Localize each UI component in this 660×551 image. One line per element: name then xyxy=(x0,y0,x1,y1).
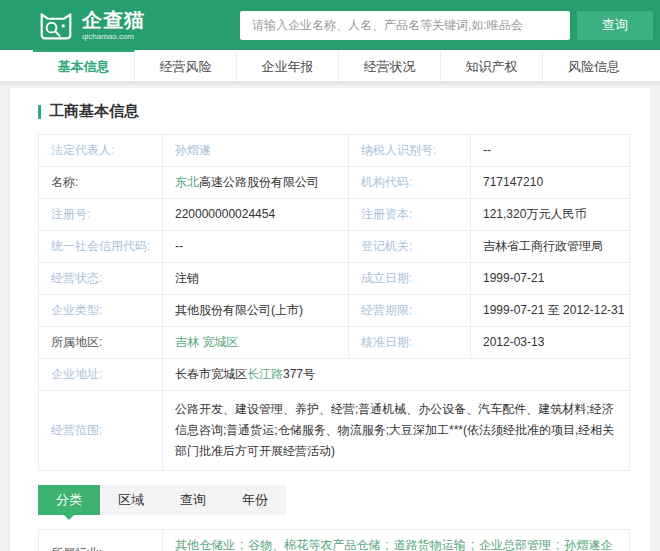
address-text: 377号 xyxy=(283,367,315,381)
field-value: 吉林 宽城区 xyxy=(163,327,349,359)
field-value: -- xyxy=(471,135,630,167)
field-label: 成立日期: xyxy=(349,263,471,295)
table-row: 企业类型: 其他股份有限公司(上市) 经营期限: 1999-07-21 至 20… xyxy=(39,295,630,327)
field-label: 经营期限: xyxy=(349,295,471,327)
section-header: 工商基本信息 xyxy=(38,102,630,121)
company-name-text: 高速公路股份有限公司 xyxy=(199,175,319,189)
field-label: 核准日期: xyxy=(349,327,471,359)
address-text: 长春市宽城区 xyxy=(175,367,247,381)
search-input[interactable] xyxy=(240,11,570,40)
table-row: 名称: 东北高速公路股份有限公司 机构代码: 717147210 xyxy=(39,167,630,199)
field-value: 2012-03-13 xyxy=(471,327,630,359)
field-value: 孙熠遂 xyxy=(163,135,349,167)
field-value: 220000000024454 xyxy=(163,199,349,231)
subtab-category[interactable]: 分类 xyxy=(38,485,100,515)
tab-basic-info[interactable]: 基本信息 xyxy=(33,50,135,81)
tab-ip[interactable]: 知识产权 xyxy=(441,50,543,81)
tab-annual-report[interactable]: 企业年报 xyxy=(237,50,339,81)
tag-table: 所属行业: 其他仓储业;谷物、棉花等农产品仓储;道路货物运输;企业总部管理;孙熠… xyxy=(38,529,630,551)
field-label: 所属地区: xyxy=(39,327,163,359)
industry-tag-list: 其他仓储业;谷物、棉花等农产品仓储;道路货物运输;企业总部管理;孙熠遂企业查询 xyxy=(163,530,630,551)
field-value: 1999-07-21 至 2012-12-31 xyxy=(471,295,630,327)
field-value: 1999-07-21 xyxy=(471,263,630,295)
app-header: 企查猫 qichamao.com 查询 xyxy=(0,0,660,50)
tag-separator: ; xyxy=(240,538,243,551)
tab-business-status[interactable]: 经营状况 xyxy=(339,50,441,81)
tag-link[interactable]: 谷物、棉花等农产品仓储 xyxy=(248,538,380,551)
company-name-link[interactable]: 东北 xyxy=(175,175,199,189)
section-title: 工商基本信息 xyxy=(49,102,139,121)
field-label: 企业地址: xyxy=(39,359,163,391)
tag-separator: ; xyxy=(556,538,559,551)
tag-link[interactable]: 企业总部管理 xyxy=(479,538,551,551)
company-address: 长春市宽城区长江路377号 xyxy=(163,359,630,391)
tab-business-risk[interactable]: 经营风险 xyxy=(135,50,237,81)
tag-link[interactable]: 其他仓储业 xyxy=(175,538,235,551)
table-row: 所属地区: 吉林 宽城区 核准日期: 2012-03-13 xyxy=(39,327,630,359)
brand-name: 企查猫 xyxy=(82,10,145,30)
registration-info-table: 法定代表人: 孙熠遂 纳税人识别号: -- 名称: 东北高速公路股份有限公司 机… xyxy=(38,134,630,471)
table-row: 统一社会信用代码: -- 登记机关: 吉林省工商行政管理局 xyxy=(39,231,630,263)
page-content: 工商基本信息 法定代表人: 孙熠遂 纳税人识别号: -- 名称: 东北高速公路股… xyxy=(0,82,660,551)
field-label: 法定代表人: xyxy=(39,135,163,167)
field-label: 注册资本: xyxy=(349,199,471,231)
table-row: 注册号: 220000000024454 注册资本: 121,320万元人民币 xyxy=(39,199,630,231)
field-label: 经营状态: xyxy=(39,263,163,295)
street-link[interactable]: 长江路 xyxy=(247,367,283,381)
business-scope: 公路开发、建设管理、养护、经营;普通机械、办公设备、汽车配件、建筑材料;经济信息… xyxy=(163,391,630,471)
section-accent-bar xyxy=(38,105,41,119)
qichamao-cat-icon xyxy=(38,8,74,42)
main-nav: 基本信息 经营风险 企业年报 经营状况 知识产权 风险信息 xyxy=(0,50,660,82)
field-value: 东北高速公路股份有限公司 xyxy=(163,167,349,199)
tab-risk-info[interactable]: 风险信息 xyxy=(543,50,645,81)
field-value: 121,320万元人民币 xyxy=(471,199,630,231)
field-label: 企业类型: xyxy=(39,295,163,327)
brand-domain: qichamao.com xyxy=(82,33,145,41)
field-label: 登记机关: xyxy=(349,231,471,263)
brand-logo[interactable]: 企查猫 qichamao.com xyxy=(38,8,145,42)
field-label: 所属行业: xyxy=(39,530,163,551)
field-label: 经营范围: xyxy=(39,391,163,471)
table-row: 法定代表人: 孙熠遂 纳税人识别号: -- xyxy=(39,135,630,167)
field-label: 名称: xyxy=(39,167,163,199)
subtab-year[interactable]: 年份 xyxy=(224,485,286,515)
field-label: 统一社会信用代码: xyxy=(39,231,163,263)
tag-link[interactable]: 道路货物运输 xyxy=(394,538,466,551)
company-info-card: 工商基本信息 法定代表人: 孙熠遂 纳税人识别号: -- 名称: 东北高速公路股… xyxy=(10,88,650,551)
field-value: 717147210 xyxy=(471,167,630,199)
legal-rep-link[interactable]: 孙熠遂 xyxy=(175,143,211,157)
subtab-query[interactable]: 查询 xyxy=(162,485,224,515)
subtab-region[interactable]: 区域 xyxy=(100,485,162,515)
table-row: 经营状态: 注销 成立日期: 1999-07-21 xyxy=(39,263,630,295)
field-value: -- xyxy=(163,231,349,263)
field-value: 注销 xyxy=(163,263,349,295)
field-label: 机构代码: xyxy=(349,167,471,199)
tag-separator: ; xyxy=(471,538,474,551)
tag-separator: ; xyxy=(385,538,388,551)
field-value: 吉林省工商行政管理局 xyxy=(471,231,630,263)
table-row: 企业地址: 长春市宽城区长江路377号 xyxy=(39,359,630,391)
filter-subtabs: 分类 区域 查询 年份 xyxy=(38,485,286,515)
field-value: 其他股份有限公司(上市) xyxy=(163,295,349,327)
table-row: 经营范围: 公路开发、建设管理、养护、经营;普通机械、办公设备、汽车配件、建筑材… xyxy=(39,391,630,471)
field-label: 纳税人识别号: xyxy=(349,135,471,167)
search-bar: 查询 xyxy=(240,11,653,40)
region-link[interactable]: 吉林 宽城区 xyxy=(175,335,238,349)
search-button[interactable]: 查询 xyxy=(577,11,653,40)
table-row: 所属行业: 其他仓储业;谷物、棉花等农产品仓储;道路货物运输;企业总部管理;孙熠… xyxy=(39,530,630,551)
field-label: 注册号: xyxy=(39,199,163,231)
